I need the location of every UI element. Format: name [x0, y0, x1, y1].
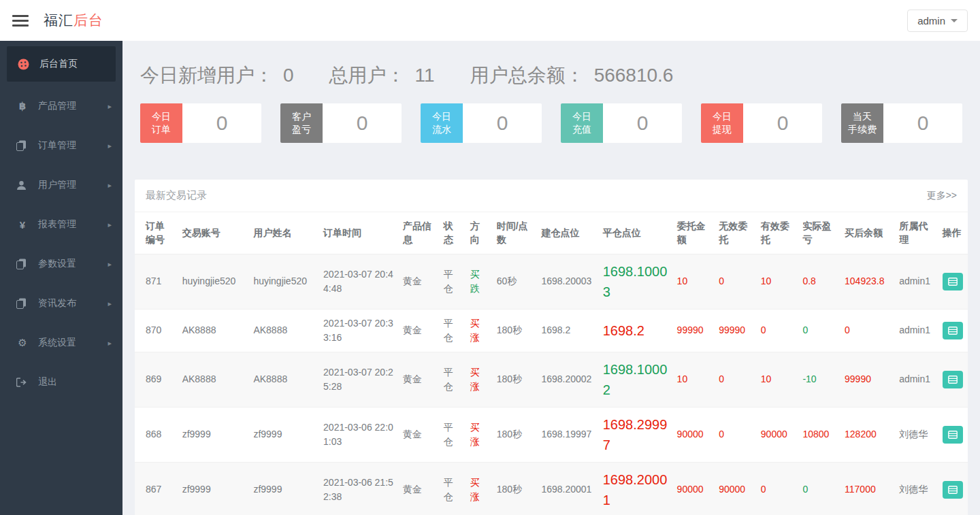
- cell-close-price: 1698.20001: [599, 462, 673, 515]
- stat-card: 今日 充值 0: [561, 103, 682, 143]
- sidebar-item-home[interactable]: 后台首页: [7, 46, 116, 82]
- latest-trades-panel: 最新交易记录 更多>> 订单编号交易账号用户姓名订单时间产品信息状态方向时间/点…: [135, 180, 968, 515]
- column-header: 买后余额: [840, 212, 895, 254]
- card-value: 0: [743, 103, 822, 143]
- cell-username: AK8888: [249, 309, 319, 352]
- cell-product: 黄金: [399, 254, 440, 309]
- sidebar-item-label: 退出: [38, 376, 57, 388]
- cell-open-price: 1698.19997: [537, 407, 598, 462]
- table-icon: [948, 431, 958, 439]
- stat-value: 11: [415, 65, 435, 86]
- cell-profit: -10: [798, 352, 840, 407]
- details-button[interactable]: [943, 371, 963, 388]
- sidebar-item-parameters[interactable]: 参数设置 ▸: [0, 249, 122, 279]
- column-header: 委托金额: [673, 212, 715, 254]
- sidebar-item-label: 订单管理: [38, 139, 76, 152]
- details-button[interactable]: [943, 426, 963, 444]
- cell-invalid: 90000: [715, 462, 757, 515]
- cell-balance: 104923.8: [840, 254, 895, 309]
- cell-balance: 0: [840, 309, 895, 352]
- cell-invalid: 0: [715, 407, 757, 462]
- panel-title: 最新交易记录: [146, 189, 207, 202]
- cell-balance: 117000: [840, 462, 895, 515]
- card-value: 0: [463, 103, 542, 143]
- card-value: 0: [323, 103, 402, 143]
- cell-invalid: 0: [715, 352, 757, 407]
- copy-icon: [16, 140, 29, 151]
- details-button[interactable]: [943, 322, 963, 339]
- panel-header: 最新交易记录 更多>>: [135, 180, 968, 212]
- sidebar-item-label: 用户管理: [38, 179, 76, 191]
- menu-toggle-icon[interactable]: [12, 12, 29, 29]
- cell-order-time: 2021-03-06 22:01:03: [319, 407, 399, 462]
- cell-agent: admin1: [895, 309, 938, 352]
- stat-value: 566810.6: [594, 65, 674, 86]
- cell-direction: 买涨: [466, 407, 493, 462]
- cell-valid: 10: [757, 352, 799, 407]
- cell-product: 黄金: [399, 309, 440, 352]
- sidebar-item-news[interactable]: 资讯发布 ▸: [0, 288, 122, 318]
- cell-status: 平仓: [440, 254, 466, 309]
- column-header: 交易账号: [178, 212, 250, 254]
- table-body: 871 huyingjie520 huyingjie520 2021-03-07…: [135, 254, 968, 515]
- copy-icon: [16, 259, 29, 269]
- cell-username: zf9999: [249, 407, 319, 462]
- sidebar-item-system[interactable]: ⚙ 系统设置 ▸: [0, 328, 122, 358]
- cell-period: 180秒: [493, 462, 538, 515]
- sidebar-item-label: 参数设置: [38, 258, 76, 270]
- column-header: 时间/点数: [493, 212, 538, 254]
- user-dropdown[interactable]: admin: [907, 10, 968, 32]
- copy-icon: [16, 298, 29, 309]
- more-link[interactable]: 更多>>: [927, 190, 957, 202]
- cell-balance: 128200: [840, 407, 895, 462]
- column-header: 状态: [440, 212, 466, 254]
- stat-label: 总用户：: [329, 63, 406, 88]
- table-row: 870 AK8888 AK8888 2021-03-07 20:33:16 黄金…: [135, 309, 968, 352]
- sidebar-item-label: 报表管理: [38, 218, 76, 231]
- logo-accent: 后台: [74, 12, 103, 28]
- cell-actions: [938, 462, 968, 515]
- cell-direction: 买涨: [466, 462, 493, 515]
- cell-product: 黄金: [399, 352, 440, 407]
- cell-actions: [938, 407, 968, 462]
- chevron-right-icon: ▸: [108, 339, 112, 348]
- cell-profit: 0.8: [798, 254, 840, 309]
- cell-agent: 刘德华: [895, 462, 938, 515]
- sidebar-item-label: 产品管理: [38, 100, 76, 112]
- sidebar-item-orders[interactable]: 订单管理 ▸: [0, 131, 122, 161]
- stat-total-users: 总用户： 11: [329, 63, 435, 88]
- column-header: 产品信息: [399, 212, 440, 254]
- cell-open-price: 1698.2: [537, 309, 598, 352]
- cell-period: 180秒: [493, 352, 538, 407]
- sidebar-item-products[interactable]: ฿ 产品管理 ▸: [0, 91, 122, 121]
- cell-close-price: 1698.10002: [599, 352, 673, 407]
- column-header: 建仓点位: [537, 212, 598, 254]
- column-header: 实际盈亏: [798, 212, 840, 254]
- stat-cards: 今日 订单 0 客户 盈亏 0 今日 流水 0 今日 充值 0 今日 提现 0 …: [140, 103, 962, 143]
- stat-card: 今日 提现 0: [701, 103, 822, 143]
- table-row: 868 zf9999 zf9999 2021-03-06 22:01:03 黄金…: [135, 407, 968, 462]
- cell-direction: 买涨: [466, 309, 493, 352]
- table-icon: [948, 327, 958, 335]
- details-button[interactable]: [943, 273, 963, 290]
- bitcoin-icon: ฿: [16, 100, 29, 112]
- card-label: 客户 盈亏: [280, 103, 323, 143]
- sidebar-item-reports[interactable]: ¥ 报表管理 ▸: [0, 210, 122, 239]
- details-button[interactable]: [943, 481, 963, 499]
- sidebar: 后台首页 ฿ 产品管理 ▸ 订单管理 ▸ 用户管理 ▸ ¥ 报表管理 ▸ 参数设…: [0, 41, 122, 515]
- cell-valid: 0: [757, 309, 799, 352]
- chevron-right-icon: ▸: [108, 220, 112, 229]
- cell-status: 平仓: [440, 407, 466, 462]
- card-label: 今日 提现: [701, 103, 743, 143]
- column-header: 订单时间: [319, 212, 399, 254]
- cell-invalid: 99990: [715, 309, 757, 352]
- stat-total-balance: 用户总余额： 566810.6: [470, 63, 674, 88]
- cell-agent: admin1: [895, 352, 938, 407]
- sidebar-item-users[interactable]: 用户管理 ▸: [0, 170, 122, 200]
- table-header-row: 订单编号交易账号用户姓名订单时间产品信息状态方向时间/点数建仓点位平仓点位委托金…: [135, 212, 968, 254]
- chevron-right-icon: ▸: [108, 102, 112, 111]
- sidebar-item-logout[interactable]: 退出: [0, 367, 122, 397]
- cell-open-price: 1698.20002: [537, 352, 598, 407]
- cell-close-price: 1698.2: [599, 309, 673, 352]
- stat-card: 今日 订单 0: [140, 103, 261, 143]
